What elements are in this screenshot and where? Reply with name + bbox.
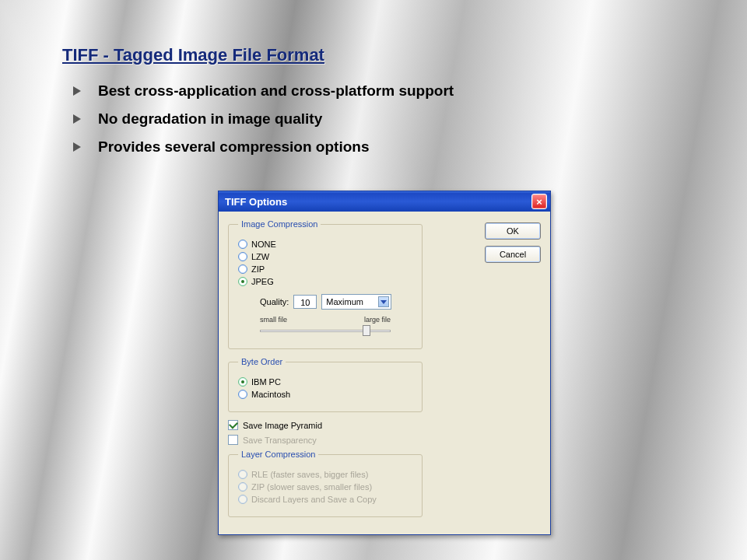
checkbox-icon	[228, 435, 238, 445]
cancel-button[interactable]: Cancel	[485, 246, 541, 263]
dialog-title: TIFF Options	[225, 196, 287, 208]
radio-label: LZW	[251, 252, 269, 261]
layer-compression-legend: Layer Compression	[238, 450, 318, 459]
save-pyramid-checkbox[interactable]: Save Image Pyramid	[228, 420, 541, 430]
quality-slider[interactable]	[260, 325, 391, 336]
radio-icon	[238, 470, 247, 479]
close-button[interactable]: ×	[531, 194, 547, 209]
layer-compression-group: Layer Compression RLE (faster saves, big…	[228, 450, 423, 517]
slider-thumb[interactable]	[363, 325, 370, 336]
bullet-item: Provides several compression options	[72, 138, 685, 156]
slider-max-label: large file	[364, 316, 391, 324]
radio-none[interactable]: NONE	[238, 240, 412, 249]
radio-jpeg[interactable]: JPEG	[238, 277, 412, 286]
bullet-icon	[73, 114, 81, 124]
radio-label: JPEG	[251, 277, 274, 286]
bullet-list: Best cross-application and cross-platfor…	[72, 82, 685, 156]
ok-button[interactable]: OK	[485, 222, 541, 240]
radio-lzw[interactable]: LZW	[238, 252, 412, 261]
radio-icon	[238, 264, 247, 274]
radio-label: NONE	[251, 240, 276, 249]
radio-label: Discard Layers and Save a Copy	[251, 495, 377, 504]
slider-min-label: small file	[260, 316, 287, 324]
quality-preset-select[interactable]: Maximum	[321, 294, 391, 310]
radio-macintosh[interactable]: Macintosh	[238, 390, 412, 399]
checkbox-label: Save Image Pyramid	[243, 421, 322, 430]
radio-icon	[238, 277, 247, 286]
image-compression-legend: Image Compression	[238, 219, 321, 229]
radio-label: Macintosh	[251, 390, 290, 399]
radio-icon	[238, 377, 247, 387]
slide-title: TIFF - Tagged Image File Format	[62, 45, 685, 65]
chevron-down-icon	[378, 296, 389, 307]
titlebar[interactable]: TIFF Options ×	[219, 191, 550, 212]
quality-input[interactable]: 10	[293, 295, 317, 309]
radio-icon	[238, 495, 247, 504]
slider-track	[260, 330, 391, 332]
byte-order-legend: Byte Order	[238, 357, 286, 366]
radio-label: ZIP	[251, 264, 265, 274]
radio-zip[interactable]: ZIP	[238, 264, 412, 274]
radio-zip-layers: ZIP (slower saves, smaller files)	[238, 482, 412, 492]
radio-label: ZIP (slower saves, smaller files)	[251, 482, 372, 492]
checkbox-icon	[228, 420, 238, 430]
radio-label: IBM PC	[251, 377, 281, 387]
radio-ibm-pc[interactable]: IBM PC	[238, 377, 412, 387]
radio-icon	[238, 240, 247, 249]
byte-order-group: Byte Order IBM PC Macintosh	[228, 357, 423, 412]
bullet-text: No degradation in image quality	[98, 110, 322, 127]
bullet-text: Provides several compression options	[98, 138, 369, 155]
radio-icon	[238, 390, 247, 399]
quality-label: Quality:	[260, 297, 289, 306]
bullet-item: No degradation in image quality	[72, 110, 685, 128]
bullet-item: Best cross-application and cross-platfor…	[72, 82, 685, 100]
quality-preset-value: Maximum	[326, 297, 363, 306]
bullet-icon	[73, 86, 81, 96]
checkbox-label: Save Transparency	[243, 436, 317, 445]
radio-rle: RLE (faster saves, bigger files)	[238, 470, 412, 479]
radio-icon	[238, 482, 247, 492]
bullet-icon	[73, 142, 81, 152]
radio-icon	[238, 252, 247, 261]
tiff-options-dialog: TIFF Options × OK Cancel Image Compressi…	[218, 191, 551, 535]
save-transparency-checkbox: Save Transparency	[228, 435, 541, 445]
bullet-text: Best cross-application and cross-platfor…	[98, 82, 454, 99]
image-compression-group: Image Compression NONE LZW ZIP JPEG Qual…	[228, 219, 423, 349]
radio-label: RLE (faster saves, bigger files)	[251, 470, 368, 479]
close-icon: ×	[536, 197, 542, 207]
radio-discard: Discard Layers and Save a Copy	[238, 495, 412, 504]
